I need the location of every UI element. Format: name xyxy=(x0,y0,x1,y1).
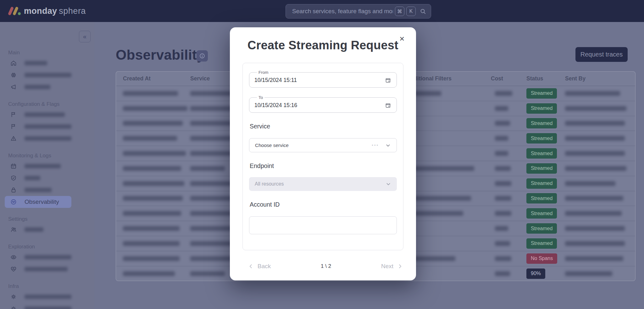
created-at-redacted xyxy=(123,256,180,261)
sent-by-redacted xyxy=(565,241,625,246)
loading-dots-icon: ••• xyxy=(372,143,379,148)
search-icon[interactable] xyxy=(419,8,426,15)
cost-redacted xyxy=(495,226,508,231)
redacted-label xyxy=(25,112,65,117)
sidebar-item-observability[interactable]: Observability xyxy=(5,196,71,208)
monday-logo-icon xyxy=(8,6,21,16)
shield-check-icon xyxy=(10,175,17,182)
cost-redacted xyxy=(495,211,511,216)
redacted-label xyxy=(25,176,40,180)
cost-redacted xyxy=(495,196,511,201)
redacted-label xyxy=(25,295,71,299)
sent-by-redacted xyxy=(565,211,622,216)
endpoint-label: Endpoint xyxy=(250,162,397,170)
cost-redacted xyxy=(495,151,508,156)
status-cell: Streamed xyxy=(526,163,565,174)
to-datetime-field[interactable]: To 10/15/2024 15:16 xyxy=(249,95,397,113)
cost-redacted xyxy=(495,256,511,261)
alert-triangle-icon xyxy=(10,135,17,142)
sidebar-item-redacted[interactable] xyxy=(5,69,71,81)
status-badge: Streamed xyxy=(526,223,557,234)
modal-title: Create Streaming Request xyxy=(230,39,416,52)
sent-by-redacted xyxy=(565,136,625,141)
cost-cell xyxy=(491,256,526,261)
account-id-input[interactable] xyxy=(249,216,397,234)
sent-by-redacted xyxy=(565,106,626,111)
sidebar-item-redacted[interactable] xyxy=(5,251,71,263)
created-at-redacted xyxy=(123,166,181,171)
from-label: From xyxy=(257,70,270,75)
account-id-label: Account ID xyxy=(250,201,397,208)
sent-by-redacted xyxy=(565,151,625,156)
calendar-icon xyxy=(10,163,17,170)
sidebar-collapse-button[interactable]: « xyxy=(79,31,91,42)
sidebar-item-redacted[interactable] xyxy=(5,81,71,93)
sidebar-item-redacted[interactable] xyxy=(5,172,71,184)
cost-redacted xyxy=(495,241,510,246)
cost-redacted xyxy=(495,166,511,171)
sidebar-section-label: Monitoring & Logs xyxy=(8,153,94,159)
sent-by-redacted xyxy=(565,256,623,261)
sidebar-item-redacted[interactable] xyxy=(5,184,71,196)
cmd-key-badge: ⌘ xyxy=(395,7,404,16)
redacted-label xyxy=(25,124,71,129)
status-badge: No Spans xyxy=(526,253,557,264)
cost-redacted xyxy=(495,91,512,96)
chevron-right-icon xyxy=(397,263,403,270)
sidebar-section-label: Configuration & Flags xyxy=(8,101,94,107)
sidebar-item-redacted[interactable] xyxy=(5,303,71,309)
status-badge: Streamed xyxy=(526,148,557,159)
sidebar-item-redacted[interactable] xyxy=(5,133,71,144)
sent-by-redacted xyxy=(565,226,625,231)
cost-redacted xyxy=(495,181,511,186)
status-cell: Streamed xyxy=(526,133,565,144)
from-value[interactable]: 10/15/2024 15:11 xyxy=(254,77,297,84)
info-icon[interactable] xyxy=(197,50,208,62)
status-cell: Streamed xyxy=(526,88,565,99)
sidebar-item-redacted[interactable] xyxy=(5,291,71,303)
logo-text-light: sphera xyxy=(59,6,86,16)
cost-cell xyxy=(491,136,526,141)
endpoint-select[interactable]: All resources xyxy=(249,177,397,191)
sent-by-redacted xyxy=(565,121,625,126)
created-at-redacted xyxy=(123,211,181,216)
back-button[interactable]: Back xyxy=(247,263,271,270)
calendar-icon[interactable] xyxy=(385,77,391,84)
created-at-redacted xyxy=(123,271,175,276)
cost-cell xyxy=(491,106,526,111)
calendar-icon[interactable] xyxy=(385,102,391,109)
to-value[interactable]: 10/15/2024 15:16 xyxy=(254,102,297,109)
status-cell: No Spans xyxy=(526,253,565,264)
from-datetime-field[interactable]: From 10/15/2024 15:11 xyxy=(249,70,397,88)
sidebar-item-redacted[interactable] xyxy=(5,121,71,133)
next-button[interactable]: Next xyxy=(381,263,403,270)
global-search-input[interactable]: Search services, feature flags and more.… xyxy=(286,4,431,19)
request-traces-button[interactable]: Request traces xyxy=(575,47,628,62)
cost-cell xyxy=(491,151,526,156)
redacted-label xyxy=(25,164,61,168)
sidebar-section-label: Infra xyxy=(8,283,94,290)
sent-by-redacted xyxy=(565,181,615,186)
close-icon[interactable]: ✕ xyxy=(399,35,405,42)
status-badge: Streamed xyxy=(526,88,557,99)
lock-icon xyxy=(10,187,17,193)
sidebar: « MainConfiguration & FlagsMonitoring & … xyxy=(0,22,94,309)
to-label: To xyxy=(257,95,264,100)
cost-cell xyxy=(491,181,526,186)
endpoint-select-value: All resources xyxy=(255,181,385,187)
service-select[interactable]: Choose service ••• xyxy=(249,138,397,152)
gear-icon xyxy=(10,293,17,300)
created-at-redacted xyxy=(123,136,177,141)
users-icon xyxy=(10,226,17,233)
sidebar-item-redacted[interactable] xyxy=(5,263,71,275)
sidebar-item-redacted[interactable] xyxy=(5,57,71,69)
sidebar-item-redacted[interactable] xyxy=(5,109,71,121)
sidebar-item-redacted[interactable] xyxy=(5,160,71,172)
sidebar-item-redacted[interactable] xyxy=(5,224,71,236)
chevron-down-icon xyxy=(385,142,391,149)
column-header-sent-by: Sent By xyxy=(565,75,636,82)
redacted-label xyxy=(25,85,50,89)
redacted-label xyxy=(25,73,71,77)
status-badge: Streamed xyxy=(526,163,557,174)
status-cell: Streamed xyxy=(526,118,565,128)
